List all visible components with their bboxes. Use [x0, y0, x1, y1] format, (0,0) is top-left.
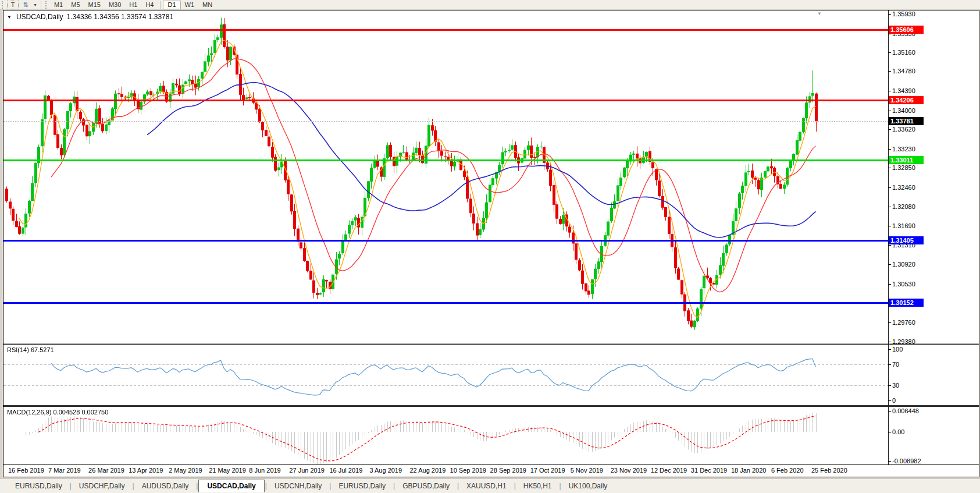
axis-tick-mark	[888, 411, 891, 412]
tool-dropdown-caret-icon[interactable]: ▼	[33, 3, 37, 7]
chart-tab-hk50[interactable]: HK50,H1	[516, 480, 559, 492]
axis-tick-label: 1.35160	[892, 49, 915, 56]
axis-tick-mark	[888, 52, 891, 53]
axis-tick-label: 1.30920	[892, 261, 915, 268]
axis-tick-label: 1.34780	[892, 68, 915, 75]
axis-tick-label: 30	[892, 382, 899, 389]
date-label: 28 Sep 2019	[490, 467, 526, 474]
top-toolbar: T ⇅ ▼ M1M5M15M30H1H4D1W1MN	[0, 0, 980, 10]
rsi-label: RSI(14) 67.5271	[7, 346, 54, 353]
axis-tick-label: 1.32080	[892, 203, 915, 210]
date-label: 7 Mar 2019	[48, 467, 81, 474]
date-label: 21 May 2019	[209, 467, 246, 474]
date-label: 16 Jul 2019	[329, 467, 362, 474]
price-level-badge: 1.31405	[889, 236, 924, 244]
axis-tick-mark	[888, 168, 891, 168]
chart-tab-bar: EURUSD,Daily|USDCHF,Daily|AUDUSD,Daily|U…	[0, 478, 980, 493]
axis-tick-label: 0.00	[892, 428, 904, 435]
axis-tick-mark	[888, 432, 891, 432]
date-label: 13 Apr 2019	[129, 467, 163, 474]
chart-tab-audusd[interactable]: AUDUSD,Daily	[135, 480, 196, 492]
toolbar-separator	[41, 1, 41, 9]
chart-tab-uk100[interactable]: UK100,Daily	[562, 480, 615, 492]
axis-tick-mark	[888, 187, 891, 188]
arrange-arrows-icon[interactable]: ⇅	[20, 1, 31, 9]
price-level-badge: 1.33781	[889, 117, 924, 125]
price-level-badge: 1.30152	[889, 299, 924, 307]
axis-tick-label: 1.32460	[892, 184, 915, 191]
axis-tick-mark	[888, 111, 891, 111]
chart-symbol-label: USDCAD,Daily	[16, 13, 63, 21]
chart-tab-eurusd[interactable]: EURUSD,Daily	[332, 480, 393, 492]
axis-tick-mark	[888, 342, 891, 342]
timeframe-button-d1[interactable]: D1	[163, 1, 180, 9]
rsi-canvas[interactable]	[3, 345, 888, 405]
chart-tab-xauusd[interactable]: XAUUSD,H1	[459, 480, 514, 492]
chart-collapse-icon[interactable]: ▼	[7, 15, 12, 20]
timeframe-button-h1[interactable]: H1	[125, 1, 141, 9]
date-label: 16 Feb 2019	[8, 467, 44, 474]
macd-pane: MACD(12,26,9) 0.004528 0.002750	[3, 407, 979, 464]
chart-tab-usdchf[interactable]: USDCHF,Daily	[72, 480, 132, 492]
toolbar-grip[interactable]	[2, 1, 5, 9]
text-tool-button[interactable]: T	[7, 1, 19, 9]
axis-tick-mark	[888, 226, 891, 226]
price-level-badge: 1.33011	[889, 156, 924, 164]
date-label: 18 Jan 2020	[731, 467, 767, 474]
date-label: 8 Jun 2019	[249, 467, 280, 474]
date-label: 17 Oct 2019	[530, 467, 565, 474]
timeframe-button-m5[interactable]: M5	[67, 1, 84, 9]
axis-tick-label: 0.006448	[892, 407, 919, 414]
axis-tick-label: 1.33620	[892, 126, 915, 133]
time-axis-line	[3, 464, 979, 465]
timeframe-button-w1[interactable]: W1	[181, 1, 199, 9]
axis-tick-label: 1.29380	[892, 338, 915, 345]
toolbar-grip[interactable]	[45, 1, 48, 9]
timeframe-group: M1M5M15M30H1H4D1W1MN	[50, 1, 216, 9]
date-label: 5 Nov 2019	[571, 467, 603, 474]
timeframe-button-m15[interactable]: M15	[84, 1, 105, 9]
date-label: 12 Dec 2019	[651, 467, 687, 474]
timeframe-button-h4[interactable]: H4	[141, 1, 158, 9]
axis-tick-mark	[888, 349, 891, 350]
axis-tick-label: -0.008982	[892, 457, 921, 464]
axis-tick-mark	[888, 461, 891, 462]
chart-title: ▼ USDCAD,Daily 1.34336 1.34356 1.33574 1…	[7, 13, 173, 21]
axis-tick-mark	[888, 245, 891, 246]
macd-label: MACD(12,26,9) 0.004528 0.002750	[7, 409, 108, 416]
date-label: 22 Aug 2019	[410, 467, 446, 474]
date-label: 3 Aug 2019	[369, 467, 402, 474]
chart-tab-usdcnh[interactable]: USDCNH,Daily	[268, 480, 329, 492]
timeframe-button-m1[interactable]: M1	[50, 1, 67, 9]
date-label: 23 Nov 2019	[611, 467, 647, 474]
price-chart-canvas[interactable]	[3, 10, 888, 343]
axis-tick-mark	[888, 385, 891, 386]
axis-tick-label: 1.33230	[892, 146, 915, 152]
axis-tick-mark	[888, 14, 891, 15]
axis-tick-label: 70	[892, 361, 899, 368]
price-level-badge: 1.35606	[889, 26, 924, 34]
date-label: 31 Dec 2019	[691, 467, 727, 474]
chart-window: ▼ USDCAD,Daily 1.34336 1.34356 1.33574 1…	[3, 10, 979, 477]
axis-tick-mark	[888, 129, 891, 130]
date-label: 2 May 2019	[169, 467, 202, 474]
chart-shift-marker-icon[interactable]: ▼	[817, 11, 822, 16]
axis-tick-mark	[888, 71, 891, 72]
rsi-pane: RSI(14) 67.5271	[3, 345, 979, 405]
timeframe-button-mn[interactable]: MN	[198, 1, 216, 9]
axis-tick-mark	[888, 264, 891, 265]
axis-tick-mark	[888, 91, 891, 91]
axis-tick-mark	[888, 322, 891, 323]
price-level-badge: 1.34206	[889, 96, 924, 104]
macd-canvas[interactable]	[3, 407, 888, 464]
axis-tick-mark	[888, 149, 891, 150]
axis-tick-label: 1.34000	[892, 107, 915, 114]
axis-tick-label: 1.34390	[892, 87, 915, 94]
chart-tab-gbpusd[interactable]: GBPUSD,Daily	[395, 480, 457, 492]
chart-tab-usdcad[interactable]: USDCAD,Daily	[198, 480, 264, 492]
toolbar-separator	[160, 1, 161, 9]
timeframe-button-m30[interactable]: M30	[105, 1, 125, 9]
chart-tab-eurusd[interactable]: EURUSD,Daily	[8, 480, 69, 492]
axis-tick-label: 0	[892, 397, 896, 404]
axis-tick-mark	[888, 364, 891, 365]
